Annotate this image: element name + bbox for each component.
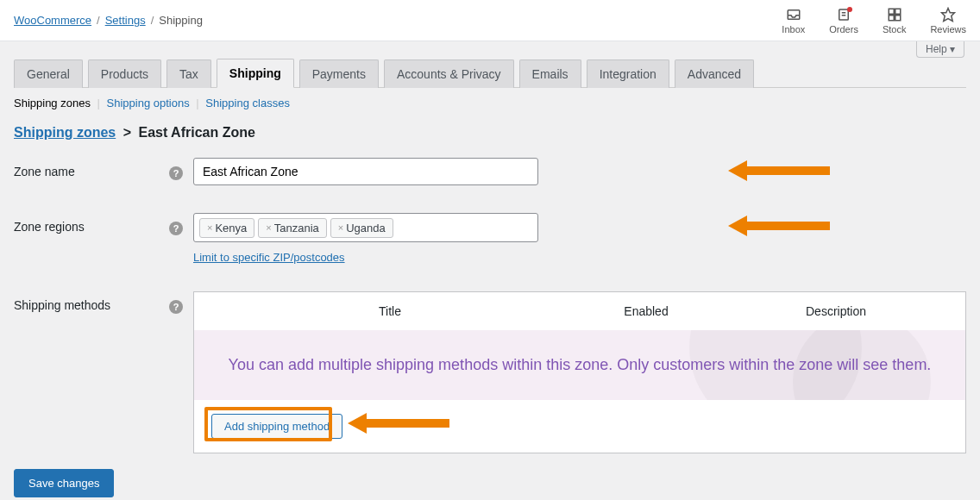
methods-table-footer: Add shipping method	[194, 400, 965, 453]
methods-table-header: Title Enabled Description	[194, 292, 965, 330]
stock-label: Stock	[883, 24, 907, 34]
region-tag: ×Tanzania	[258, 218, 326, 238]
svg-rect-3	[895, 9, 900, 14]
stock-icon	[886, 7, 903, 22]
region-tag-label: Kenya	[215, 222, 247, 234]
breadcrumb-leaf: Shipping	[159, 14, 203, 27]
tab-integration[interactable]: Integration	[587, 59, 669, 88]
zone-breadcrumb: Shipping zones > East African Zone	[14, 125, 966, 141]
breadcrumb-sep: /	[151, 14, 154, 27]
zone-regions-label: Zone regions	[14, 213, 169, 234]
tab-general[interactable]: General	[14, 59, 83, 88]
breadcrumb-mid[interactable]: Settings	[105, 14, 146, 27]
zone-name-label: Zone name	[14, 158, 169, 178]
shipping-subnav: Shipping zones | Shipping options | Ship…	[14, 88, 966, 125]
tab-emails[interactable]: Emails	[519, 59, 581, 88]
notification-dot	[847, 7, 852, 12]
inbox-label: Inbox	[782, 24, 805, 34]
tab-shipping[interactable]: Shipping	[217, 59, 294, 88]
tab-accounts[interactable]: Accounts & Privacy	[384, 59, 514, 88]
admin-topbar: WooCommerce / Settings / Shipping Inbox …	[0, 0, 980, 41]
zone-breadcrumb-root[interactable]: Shipping zones	[14, 125, 116, 140]
pipe: |	[196, 97, 198, 109]
svg-rect-2	[889, 9, 894, 14]
settings-tabs: General Products Tax Shipping Payments A…	[14, 59, 966, 88]
save-changes-button[interactable]: Save changes	[14, 469, 114, 497]
svg-marker-7	[728, 160, 830, 181]
breadcrumb-sep: /	[97, 14, 100, 27]
zone-name-input[interactable]	[193, 158, 538, 185]
shipping-methods-row: Shipping methods ? Title Enabled Descrip…	[14, 291, 966, 453]
shipping-methods-label: Shipping methods	[14, 291, 169, 312]
methods-empty-message: You can add multiple shipping methods wi…	[194, 330, 965, 400]
remove-tag-icon[interactable]: ×	[207, 222, 212, 233]
tab-payments[interactable]: Payments	[299, 59, 379, 88]
reviews-label: Reviews	[930, 24, 966, 34]
zone-name-field-wrap	[193, 158, 538, 185]
subnav-zones[interactable]: Shipping zones	[14, 97, 91, 109]
add-shipping-method-button[interactable]: Add shipping method	[211, 414, 342, 439]
svg-rect-5	[895, 15, 900, 20]
limit-zip-link[interactable]: Limit to specific ZIP/postcodes	[193, 251, 538, 264]
remove-tag-icon[interactable]: ×	[266, 222, 271, 233]
zone-regions-row: Zone regions ? ×Kenya ×Tanzania ×Uganda …	[14, 213, 966, 264]
help-icon[interactable]: ?	[169, 222, 183, 235]
subnav-options[interactable]: Shipping options	[107, 97, 190, 109]
tab-advanced[interactable]: Advanced	[675, 59, 754, 88]
chevron-right-icon: >	[123, 125, 131, 140]
svg-marker-9	[348, 413, 449, 434]
remove-tag-icon[interactable]: ×	[338, 222, 343, 233]
reviews-button[interactable]: Reviews	[930, 7, 966, 34]
help-icon[interactable]: ?	[169, 300, 183, 314]
orders-icon	[835, 7, 852, 22]
col-title: Title	[211, 304, 569, 318]
region-tag-label: Uganda	[346, 222, 386, 234]
breadcrumb: WooCommerce / Settings / Shipping	[14, 14, 203, 27]
tab-tax[interactable]: Tax	[166, 59, 211, 88]
zone-regions-input[interactable]: ×Kenya ×Tanzania ×Uganda	[193, 213, 538, 242]
svg-marker-8	[728, 216, 830, 236]
help-tab[interactable]: Help ▾	[916, 41, 964, 58]
shipping-methods-table: Title Enabled Description You can add mu…	[193, 291, 966, 453]
zone-regions-field-wrap: ×Kenya ×Tanzania ×Uganda Limit to specif…	[193, 213, 538, 264]
annotation-arrow	[348, 410, 451, 436]
annotation-arrow	[728, 158, 832, 184]
subnav-classes[interactable]: Shipping classes	[205, 97, 290, 109]
topbar-icons: Inbox Orders Stock Reviews	[782, 7, 966, 34]
zone-name: East African Zone	[138, 125, 254, 140]
col-description: Description	[724, 304, 948, 318]
annotation-arrow	[728, 213, 832, 239]
orders-label: Orders	[829, 24, 858, 34]
help-icon[interactable]: ?	[169, 166, 183, 180]
inbox-button[interactable]: Inbox	[782, 7, 805, 34]
inbox-icon	[785, 7, 802, 22]
breadcrumb-root[interactable]: WooCommerce	[14, 14, 91, 27]
region-tag: ×Uganda	[330, 218, 393, 238]
stock-button[interactable]: Stock	[883, 7, 907, 34]
zone-name-row: Zone name ?	[14, 158, 966, 185]
orders-button[interactable]: Orders	[829, 7, 858, 34]
svg-rect-4	[889, 15, 894, 20]
region-tag-label: Tanzania	[274, 222, 319, 234]
region-tag: ×Kenya	[199, 218, 254, 238]
tab-products[interactable]: Products	[88, 59, 161, 88]
star-icon	[939, 7, 957, 22]
pipe: |	[97, 97, 100, 109]
col-enabled: Enabled	[569, 304, 724, 318]
svg-marker-6	[942, 8, 955, 21]
